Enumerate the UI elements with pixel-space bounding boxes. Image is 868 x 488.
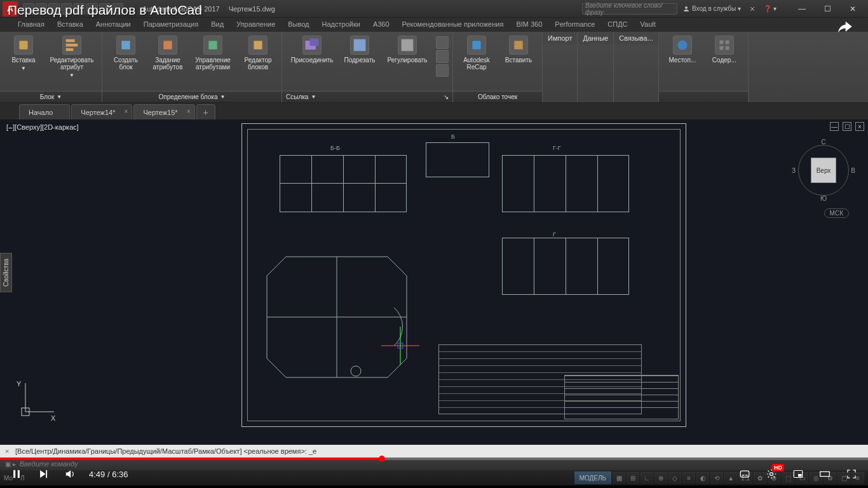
- svg-rect-5: [254, 41, 262, 49]
- ucs-label[interactable]: МСК: [824, 208, 849, 218]
- xref-icon-3[interactable]: [436, 64, 449, 77]
- vp-maximize-icon[interactable]: ☐: [843, 122, 851, 131]
- tab-spds[interactable]: СПДС: [601, 18, 634, 32]
- app-logo[interactable]: A: [3, 1, 18, 17]
- block-editor-button[interactable]: Редактор блоков: [238, 34, 278, 71]
- close-button[interactable]: ✕: [840, 1, 865, 17]
- tab-addins[interactable]: Надстройки: [316, 18, 367, 32]
- quick-access-toolbar: [23, 3, 123, 15]
- tab-output[interactable]: Вывод: [281, 18, 315, 32]
- attach-button[interactable]: Присоединить: [286, 34, 338, 64]
- insert-pointcloud-button[interactable]: Вставить: [499, 34, 538, 64]
- add-file-tab[interactable]: +: [196, 104, 215, 119]
- content-button[interactable]: Содер...: [705, 34, 744, 64]
- svg-rect-30: [740, 471, 749, 477]
- subtitles-icon[interactable]: [737, 466, 752, 482]
- tab-bim360[interactable]: BIM 360: [510, 18, 548, 32]
- video-time: 4:49 / 6:36: [89, 470, 128, 479]
- volume-icon[interactable]: [62, 466, 78, 482]
- qat-open-icon[interactable]: [36, 3, 47, 15]
- xref-icon-2[interactable]: [436, 50, 449, 63]
- clip-button[interactable]: Подрезать: [341, 34, 379, 64]
- svg-rect-27: [13, 470, 15, 478]
- qat-redo-icon[interactable]: [99, 3, 111, 15]
- close-tab-icon[interactable]: ×: [125, 108, 128, 115]
- panel-pointcloud-label[interactable]: Облако точек: [453, 91, 542, 102]
- theater-icon[interactable]: [817, 466, 832, 482]
- settings-icon[interactable]: HD: [764, 466, 779, 482]
- share-icon[interactable]: [835, 18, 854, 39]
- recap-button[interactable]: Autodesk ReCap: [457, 34, 496, 71]
- adjust-button[interactable]: Регулировать: [381, 34, 433, 64]
- section-label: Г: [553, 231, 556, 238]
- qat-new-icon[interactable]: [23, 3, 34, 15]
- close-tab-icon[interactable]: ×: [187, 108, 191, 115]
- exchange-icon[interactable]: [746, 5, 759, 13]
- maximize-button[interactable]: ☐: [815, 1, 840, 17]
- file-tab-start[interactable]: Начало: [19, 104, 70, 119]
- tab-home[interactable]: Главная: [11, 18, 51, 32]
- svg-rect-10: [472, 41, 480, 49]
- edit-attribute-button[interactable]: Редактировать атрибут▼: [46, 34, 98, 78]
- tab-view[interactable]: Вид: [205, 18, 230, 32]
- tab-parametric[interactable]: Параметризация: [137, 18, 205, 32]
- manage-attributes-button[interactable]: Управление атрибутами: [190, 34, 236, 71]
- tab-insert[interactable]: Вставка: [51, 18, 90, 32]
- insert-block-button[interactable]: Вставка▼: [4, 34, 43, 71]
- define-attributes-button[interactable]: Задание атрибутов: [148, 34, 187, 71]
- panel-block: Вставка▼ Редактировать атрибут▼ Блок▼: [0, 32, 102, 102]
- svg-point-33: [770, 473, 773, 476]
- panel-location: Местоп... Содер...: [659, 32, 749, 102]
- svg-rect-4: [208, 41, 217, 49]
- qat-more-icon[interactable]: [112, 3, 123, 15]
- tab-vault[interactable]: Vault: [634, 18, 662, 32]
- qat-save-icon[interactable]: [48, 3, 60, 15]
- properties-palette-tab[interactable]: Свойства: [0, 253, 12, 292]
- help-icon[interactable]: ❓ ▾: [761, 5, 779, 12]
- tab-manage[interactable]: Управление: [230, 18, 281, 32]
- qat-plot-icon[interactable]: [74, 3, 85, 15]
- tab-a360[interactable]: A360: [367, 18, 396, 32]
- create-block-button[interactable]: Создать блок: [106, 34, 146, 71]
- app-name: Autodesk AutoCAD 2017: [142, 5, 220, 13]
- svg-rect-29: [46, 470, 47, 478]
- qat-undo-icon[interactable]: [86, 3, 98, 15]
- viewport-label[interactable]: [‒][Сверху][2D-каркас]: [6, 123, 79, 132]
- tab-performance[interactable]: Performance: [548, 18, 601, 32]
- close-cmd-icon[interactable]: ×: [5, 447, 15, 455]
- miniplayer-icon[interactable]: [790, 466, 806, 482]
- svg-rect-35: [798, 474, 802, 477]
- vp-close-icon[interactable]: ×: [855, 122, 864, 131]
- section-label: Б-Б: [330, 145, 340, 151]
- import-panel-tab[interactable]: Импорт: [543, 32, 577, 44]
- panel-blockdef-label[interactable]: Определение блока▼: [102, 91, 281, 102]
- tab-annotate[interactable]: Аннотации: [90, 18, 137, 32]
- svg-rect-1: [19, 41, 27, 49]
- login-button[interactable]: Вход в службы ▾: [680, 5, 743, 13]
- vp-minimize-icon[interactable]: —: [830, 122, 839, 131]
- svg-rect-15: [719, 46, 723, 50]
- file-tabs: Начало Чертеж14*× Чертеж15*× +: [0, 103, 868, 119]
- panel-blockdef: Создать блок Задание атрибутов Управлени…: [102, 32, 282, 102]
- reference-small-buttons: [436, 34, 449, 77]
- ucs-icon[interactable]: Y X: [19, 380, 57, 419]
- minimize-button[interactable]: —: [789, 1, 815, 17]
- panel-reference-label[interactable]: Ссылка▼↘: [282, 91, 452, 102]
- pause-button[interactable]: [9, 466, 24, 482]
- tab-featured-apps[interactable]: Рекомендованные приложения: [396, 18, 510, 32]
- svg-rect-16: [725, 46, 729, 50]
- search-input[interactable]: Введите ключевое слово/фразу: [582, 3, 677, 15]
- next-button[interactable]: [36, 466, 51, 482]
- link-panel-tab[interactable]: Связыва...: [614, 32, 658, 44]
- drawing-canvas[interactable]: [‒][Сверху][2D-каркас] Свойства — ☐ × Ве…: [0, 119, 868, 445]
- fullscreen-icon[interactable]: [844, 466, 859, 482]
- file-tab-2[interactable]: Чертеж15*×: [133, 104, 194, 119]
- location-button[interactable]: Местоп...: [663, 34, 702, 64]
- panel-block-label[interactable]: Блок▼: [0, 91, 102, 102]
- qat-saveas-icon[interactable]: [61, 3, 72, 15]
- viewcube[interactable]: Верх С Ю З В: [792, 139, 855, 202]
- xref-icon[interactable]: [436, 36, 449, 49]
- file-tab-1[interactable]: Чертеж14*×: [71, 104, 132, 119]
- svg-point-0: [685, 6, 688, 9]
- data-panel-tab[interactable]: Данные: [578, 32, 613, 44]
